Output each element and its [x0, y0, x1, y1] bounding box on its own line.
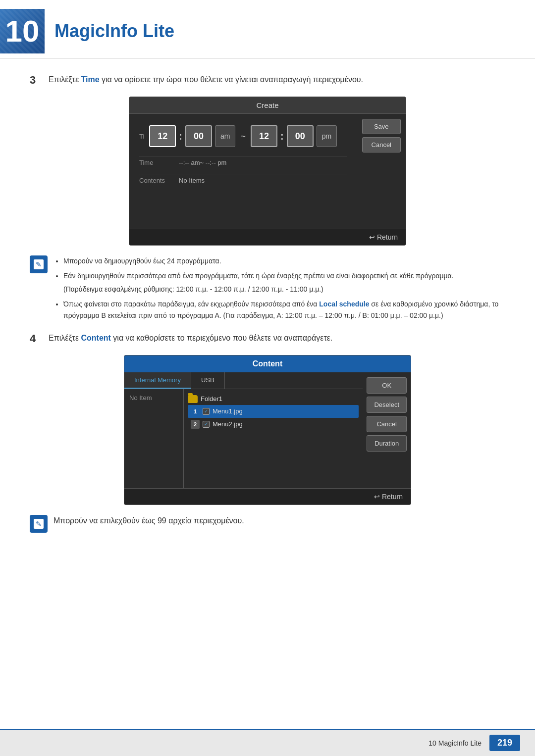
time2-ampm[interactable]: pm — [317, 125, 337, 147]
file2-row[interactable]: 2 ✓ Menu2.jpg — [188, 418, 359, 431]
note1-item2: Εάν δημιουργηθούν περισσότερα από ένα πρ… — [63, 270, 505, 295]
tab-usb[interactable]: USB — [191, 372, 225, 389]
time-tilde: ~ — [238, 131, 248, 142]
create-time-section: Ti 12 : 00 am ~ 12 : 00 pm Time --:-- am… — [129, 114, 357, 229]
file1-checkbox[interactable]: ✓ — [203, 408, 210, 415]
time1-ampm[interactable]: am — [215, 125, 235, 147]
create-contents-label-row: Contents No Items — [139, 174, 347, 187]
file2-checkbox[interactable]: ✓ — [203, 421, 210, 428]
time-value: --:-- am~ --:-- pm — [179, 159, 226, 166]
content-tabs: Internal Memory USB — [124, 372, 363, 389]
file2-badge: 2 — [191, 420, 200, 429]
step3-number: 3 — [30, 74, 45, 87]
create-return-bar: ↩ Return — [129, 229, 406, 245]
time-label: Time — [139, 159, 179, 166]
step4-row: 4 Επιλέξτε Content για να καθορίσετε το … — [30, 332, 505, 345]
note-icon-inner2 — [34, 519, 44, 529]
chapter-number: 10 — [5, 16, 40, 47]
step3-text: Επιλέξτε Time για να ορίσετε την ώρα που… — [49, 74, 363, 86]
note-icon1 — [30, 255, 48, 273]
content-cancel-button[interactable]: Cancel — [367, 416, 407, 432]
note1-sub: (Παράδειγμα εσφαλμένης ρύθμισης: 12:00 π… — [63, 284, 505, 295]
return-arrow-icon: ↩ — [369, 233, 375, 241]
content-left-panel: Internal Memory USB No Item Folder1 1 — [124, 372, 363, 488]
notes-section2: Μπορούν να επιλεχθούν έως 99 αρχεία περι… — [30, 515, 505, 533]
create-time-row: Ti 12 : 00 am ~ 12 : 00 pm — [139, 121, 347, 151]
note1-item3: Όπως φαίνεται στο παρακάτω παράδειγμα, ε… — [63, 299, 505, 321]
chapter-title: MagicInfo Lite — [54, 21, 174, 42]
folder-icon — [188, 395, 198, 403]
note1-item1: Μπορούν να δημιουργηθούν έως 24 προγράμμ… — [63, 255, 505, 266]
time2-sep: : — [280, 131, 284, 142]
file1-row[interactable]: 1 ✓ Menu1.jpg — [188, 405, 359, 418]
content-pane-left: No Item — [124, 389, 184, 488]
create-dialog-buttons: Save Cancel — [357, 114, 406, 229]
page-header: 10 MagicInfo Lite — [0, 0, 535, 59]
time-row-label: Ti — [139, 133, 144, 140]
main-content: 3 Επιλέξτε Time για να ορίσετε την ώρα π… — [0, 59, 535, 553]
footer-page-number: 219 — [489, 735, 520, 751]
contents-value: No Items — [179, 177, 205, 184]
create-dialog: Create Ti 12 : 00 am ~ 12 : 00 pm — [129, 97, 406, 246]
content-duration-button[interactable]: Duration — [367, 435, 407, 452]
folder1-row[interactable]: Folder1 — [188, 393, 359, 405]
time1-sep: : — [179, 131, 182, 142]
note-icon2 — [30, 515, 48, 533]
notes-list1: Μπορούν να δημιουργηθούν έως 24 προγράμμ… — [54, 255, 505, 321]
time1-hours[interactable]: 12 — [149, 125, 176, 147]
step4-text: Επιλέξτε Content για να καθορίσετε το πε… — [49, 332, 332, 344]
content-right-buttons: OK Deselect Cancel Duration — [363, 372, 411, 488]
content-pane-right: Folder1 1 ✓ Menu1.jpg 2 ✓ Menu2.jpg — [184, 389, 363, 488]
file1-name: Menu1.jpg — [213, 407, 243, 415]
content-dialog-title: Content — [124, 355, 411, 372]
chapter-number-block: 10 — [0, 9, 45, 53]
content-ok-button[interactable]: OK — [367, 377, 407, 394]
time1-minutes[interactable]: 00 — [185, 125, 212, 147]
content-return-bar: ↩ Return — [124, 488, 411, 504]
content-return[interactable]: ↩ Return — [374, 493, 403, 501]
content-dialog-body: Internal Memory USB No Item Folder1 1 — [124, 372, 411, 488]
create-return[interactable]: ↩ Return — [369, 233, 398, 241]
create-dialog-left: Ti 12 : 00 am ~ 12 : 00 pm Time --:-- am… — [129, 114, 357, 229]
time2-minutes[interactable]: 00 — [287, 125, 314, 147]
create-time-label-row: Time --:-- am~ --:-- pm — [139, 156, 347, 169]
footer-text: 10 MagicInfo Lite — [428, 739, 482, 747]
file1-badge: 1 — [191, 407, 200, 416]
page-footer: 10 MagicInfo Lite 219 — [0, 729, 535, 756]
note2-text: Μπορούν να επιλεχθούν έως 99 αρχεία περι… — [54, 515, 244, 527]
content-panes: No Item Folder1 1 ✓ Menu1.jpg — [124, 389, 363, 488]
step3-row: 3 Επιλέξτε Time για να ορίσετε την ώρα π… — [30, 74, 505, 87]
content-deselect-button[interactable]: Deselect — [367, 397, 407, 413]
create-empty-space — [139, 192, 347, 221]
file2-name: Menu2.jpg — [213, 420, 243, 428]
tab-internal-memory[interactable]: Internal Memory — [124, 372, 191, 389]
create-save-button[interactable]: Save — [362, 119, 401, 134]
time2-hours[interactable]: 12 — [251, 125, 277, 147]
create-dialog-body: Ti 12 : 00 am ~ 12 : 00 pm Time --:-- am… — [129, 114, 406, 229]
create-cancel-button[interactable]: Cancel — [362, 137, 401, 152]
content-dialog: Content Internal Memory USB No Item Fold… — [124, 355, 411, 505]
notes-section1: Μπορούν να δημιουργηθούν έως 24 προγράμμ… — [30, 255, 505, 325]
contents-label: Contents — [139, 177, 179, 184]
note-icon-inner1 — [34, 259, 44, 269]
content-return-arrow-icon: ↩ — [374, 493, 380, 501]
step4-number: 4 — [30, 332, 45, 345]
create-dialog-title: Create — [129, 97, 406, 114]
notes-bullets1: Μπορούν να δημιουργηθούν έως 24 προγράμμ… — [54, 255, 505, 325]
